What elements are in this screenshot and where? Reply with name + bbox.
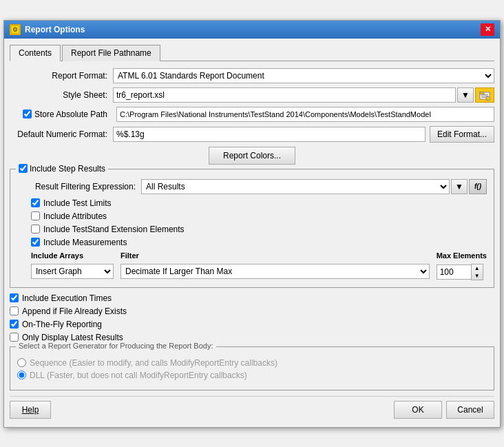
style-sheet-browse-btn[interactable] — [475, 87, 494, 103]
store-path-label-container: Store Absolute Path — [23, 110, 107, 119]
title-bar-left: ⚙ Report Options — [10, 24, 85, 35]
edit-format-button[interactable]: Edit Format... — [430, 126, 494, 143]
title-bar: ⚙ Report Options ✕ — [4, 21, 500, 39]
only-display-latest-label: Only Display Latest Results — [22, 333, 123, 342]
sequence-radio-row: Sequence (Easier to modify, and calls Mo… — [17, 358, 487, 368]
sequence-radio[interactable] — [17, 358, 26, 367]
tab-report-file-pathname[interactable]: Report File Pathname — [62, 45, 160, 61]
max-elements-input[interactable] — [437, 264, 471, 280]
default-numeric-format-control: Edit Format... — [113, 126, 494, 143]
include-test-limits-label: Include Test Limits — [43, 198, 112, 208]
only-display-latest-row: Only Display Latest Results — [10, 333, 494, 342]
report-format-control: ATML 6.01 Standards Report Document — [113, 68, 494, 83]
result-filtering-control: All Results ▼ f() — [141, 179, 487, 194]
append-file-checkbox[interactable] — [10, 306, 19, 315]
append-file-row: Append if File Already Exists — [10, 306, 494, 316]
spinner-buttons: ▲ ▼ — [471, 264, 483, 280]
report-options-window: ⚙ Report Options ✕ Contents Report File … — [3, 20, 501, 428]
spinner-down-btn[interactable]: ▼ — [472, 272, 483, 280]
include-attributes-row: Include Attributes — [17, 211, 487, 221]
include-measurements-checkbox[interactable] — [31, 238, 40, 247]
include-step-results-label: Include Step Results — [30, 164, 105, 174]
include-step-results-group: Include Step Results Result Filtering Ex… — [10, 169, 494, 288]
include-teststand-label: Include TestStand Extension Elements — [43, 225, 185, 234]
style-sheet-label: Style Sheet: — [10, 90, 113, 100]
footer: Help OK Cancel — [10, 396, 494, 422]
style-sheet-row: Style Sheet: ▼ — [10, 87, 494, 103]
report-format-label: Report Format: — [10, 71, 113, 81]
result-filtering-func-btn[interactable]: f() — [469, 179, 487, 194]
store-absolute-path-input[interactable] — [116, 107, 494, 122]
dll-radio-label: DLL (Faster, but does not call ModifyRep… — [30, 371, 247, 380]
on-the-fly-label: On-The-Fly Reporting — [22, 320, 102, 329]
include-arrays-col: Include Arrays Insert Graph — [31, 251, 114, 279]
report-generator-options: Sequence (Easier to modify, and calls Mo… — [17, 358, 487, 380]
result-filtering-label: Result Filtering Expression: — [17, 182, 141, 191]
max-elements-col: Max Elements ▲ ▼ — [437, 251, 487, 280]
default-numeric-format-label: Default Numeric Format: — [10, 129, 113, 139]
result-filtering-dropdown-btn[interactable]: ▼ — [451, 179, 468, 194]
include-test-limits-checkbox[interactable] — [31, 198, 40, 207]
include-arrays-col-label: Include Arrays — [31, 251, 114, 260]
svg-rect-6 — [481, 97, 486, 98]
only-display-latest-checkbox[interactable] — [10, 333, 19, 342]
window-icon: ⚙ — [10, 24, 21, 35]
default-numeric-format-input[interactable] — [113, 127, 426, 142]
include-attributes-checkbox[interactable] — [31, 211, 40, 220]
result-filtering-select[interactable]: All Results — [141, 179, 450, 194]
sequence-radio-label: Sequence (Easier to modify, and calls Mo… — [30, 358, 277, 368]
svg-text:⚙: ⚙ — [12, 26, 18, 33]
ok-button[interactable]: OK — [394, 401, 442, 419]
style-sheet-control: ▼ — [113, 87, 494, 103]
store-absolute-path-label: Store Absolute Path — [34, 110, 107, 119]
include-step-results-title: Include Step Results — [16, 164, 108, 174]
report-colors-button[interactable]: Report Colors... — [209, 147, 295, 165]
include-execution-times-row: Include Execution Times — [10, 293, 494, 303]
tab-bar: Contents Report File Pathname — [10, 44, 494, 61]
include-teststand-row: Include TestStand Extension Elements — [17, 225, 487, 234]
store-absolute-path-checkbox[interactable] — [23, 110, 32, 118]
main-content: Contents Report File Pathname Report For… — [4, 39, 500, 427]
report-format-select[interactable]: ATML 6.01 Standards Report Document — [113, 68, 494, 83]
include-execution-times-checkbox[interactable] — [10, 293, 19, 302]
include-teststand-checkbox[interactable] — [31, 225, 40, 233]
report-colors-row: Report Colors... — [10, 147, 494, 165]
report-format-row: Report Format: ATML 6.01 Standards Repor… — [10, 68, 494, 83]
on-the-fly-checkbox[interactable] — [10, 320, 19, 329]
include-attributes-label: Include Attributes — [43, 211, 107, 221]
cancel-button[interactable]: Cancel — [446, 401, 494, 419]
help-button[interactable]: Help — [10, 401, 51, 419]
include-step-results-checkbox[interactable] — [19, 164, 28, 173]
include-execution-times-label: Include Execution Times — [22, 293, 112, 303]
window-title: Report Options — [25, 25, 85, 34]
tab-contents[interactable]: Contents — [10, 45, 61, 61]
store-absolute-path-row: Store Absolute Path — [10, 107, 494, 122]
spinner-up-btn[interactable]: ▲ — [472, 264, 483, 272]
close-button[interactable]: ✕ — [481, 23, 494, 36]
arrays-section: Include Arrays Insert Graph Filter Decim… — [17, 251, 487, 280]
max-elements-spinner: ▲ ▼ — [437, 264, 487, 280]
include-measurements-label: Include Measurements — [43, 238, 127, 247]
include-measurements-row: Include Measurements — [17, 238, 487, 247]
append-file-label: Append if File Already Exists — [22, 306, 127, 316]
svg-rect-4 — [481, 94, 488, 95]
include-arrays-select[interactable]: Insert Graph — [31, 264, 114, 279]
style-sheet-dropdown-btn[interactable]: ▼ — [457, 87, 474, 103]
report-generator-title: Select a Report Generator for Producing … — [16, 342, 216, 350]
result-filtering-row: Result Filtering Expression: All Results… — [17, 179, 487, 194]
filter-col: Filter Decimate If Larger Than Max — [120, 251, 430, 279]
filter-select[interactable]: Decimate If Larger Than Max — [120, 264, 430, 279]
max-elements-col-label: Max Elements — [437, 251, 487, 260]
filter-col-label: Filter — [120, 251, 430, 260]
svg-rect-3 — [480, 92, 484, 94]
dll-radio-row: DLL (Faster, but does not call ModifyRep… — [17, 371, 487, 380]
default-numeric-format-row: Default Numeric Format: Edit Format... — [10, 126, 494, 143]
dll-radio[interactable] — [17, 371, 26, 380]
report-generator-group: Select a Report Generator for Producing … — [10, 346, 494, 391]
style-sheet-input[interactable] — [113, 87, 456, 103]
on-the-fly-row: On-The-Fly Reporting — [10, 320, 494, 329]
footer-right-buttons: OK Cancel — [394, 401, 494, 419]
include-test-limits-row: Include Test Limits — [17, 198, 487, 208]
